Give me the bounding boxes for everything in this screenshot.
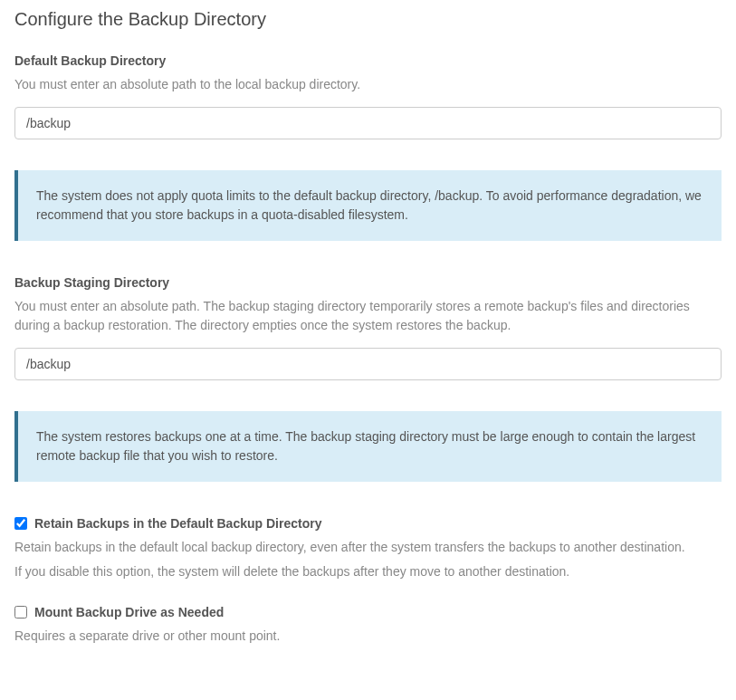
default-backup-label: Default Backup Directory bbox=[14, 53, 722, 68]
staging-help: You must enter an absolute path. The bac… bbox=[14, 297, 722, 335]
mount-help: Requires a separate drive or other mount… bbox=[14, 627, 722, 646]
default-backup-help: You must enter an absolute path to the l… bbox=[14, 75, 722, 94]
staging-label: Backup Staging Directory bbox=[14, 275, 722, 290]
default-backup-alert: The system does not apply quota limits t… bbox=[14, 170, 722, 241]
retain-help-2: If you disable this option, the system w… bbox=[14, 562, 722, 581]
retain-checkbox[interactable] bbox=[14, 517, 27, 530]
mount-label: Mount Backup Drive as Needed bbox=[34, 605, 224, 619]
staging-input[interactable] bbox=[14, 348, 722, 380]
retain-help-1: Retain backups in the default local back… bbox=[14, 538, 722, 557]
staging-alert: The system restores backups one at a tim… bbox=[14, 411, 722, 482]
mount-checkbox[interactable] bbox=[14, 606, 27, 618]
page-title: Configure the Backup Directory bbox=[14, 9, 722, 30]
default-backup-input[interactable] bbox=[14, 107, 722, 139]
retain-label: Retain Backups in the Default Backup Dir… bbox=[34, 516, 321, 531]
